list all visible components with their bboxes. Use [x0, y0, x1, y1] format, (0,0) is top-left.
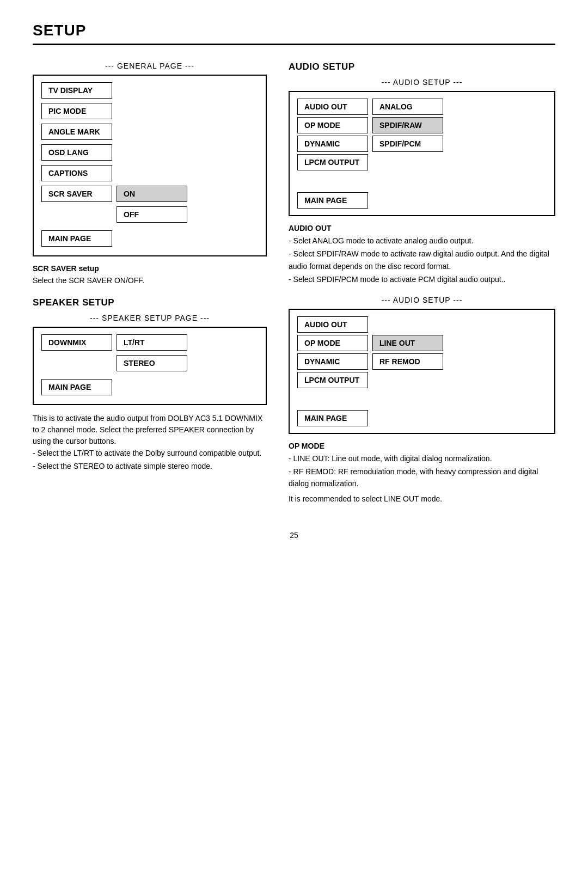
audio-out-desc-list: Selet ANALOG mode to activate analog aud…	[289, 235, 555, 286]
speaker-desc-list: Select the LT/RT to activate the Dolby s…	[33, 447, 267, 473]
angle-mark-item[interactable]: ANGLE MARK	[41, 124, 112, 140]
audio-menu-box-2: AUDIO OUT OP MODE LINE OUT DYNAMIC RF RE…	[289, 309, 555, 434]
page-title: SETUP	[33, 22, 555, 45]
spdif-raw-cell[interactable]: SPDIF/RAW	[372, 117, 443, 133]
page-number: 25	[33, 531, 555, 540]
audio2-row-1: AUDIO OUT	[297, 316, 547, 333]
speaker-page-header: --- SPEAKER SETUP PAGE ---	[33, 314, 267, 322]
op-mode-desc-list: LINE OUT: Line out mode, with digital di…	[289, 452, 555, 490]
downmix-item[interactable]: DOWNMIX	[41, 334, 112, 351]
audio1-main-page-bottom: MAIN PAGE	[297, 192, 547, 209]
op-mode-footer: It is recommended to select LINE OUT mod…	[289, 493, 555, 505]
captions-item[interactable]: CAPTIONS	[41, 165, 112, 181]
op-mode-desc-item-0: LINE OUT: Line out mode, with digital di…	[289, 452, 555, 464]
audio-row-4: LPCM OUTPUT	[297, 154, 547, 170]
speaker-desc: This is to activate the audio output fro…	[33, 413, 267, 473]
scr-saver-item[interactable]: SCR SAVER	[41, 186, 112, 202]
tv-display-row: TV DISPLAY	[41, 82, 258, 101]
audio2-row-4: LPCM OUTPUT	[297, 372, 547, 388]
pic-mode-item[interactable]: PIC MODE	[41, 103, 112, 119]
audio-out-desc-item-2: Select SPDIF/PCM mode to activate PCM di…	[289, 273, 555, 285]
tv-display-item[interactable]: TV DISPLAY	[41, 82, 112, 99]
scr-saver-row: SCR SAVER ON OFF	[41, 186, 258, 225]
speaker-setup-header: SPEAKER SETUP	[33, 297, 267, 308]
audio1-main-page-button[interactable]: MAIN PAGE	[297, 192, 368, 209]
audio-grid-1: AUDIO OUT ANALOG OP MODE SPDIF/RAW DYNAM…	[297, 99, 547, 170]
general-page-menu-box: TV DISPLAY PIC MODE ANGLE MARK OSD LANG …	[33, 75, 267, 256]
analog-cell[interactable]: ANALOG	[372, 99, 443, 115]
right-column: AUDIO SETUP --- AUDIO SETUP --- AUDIO OU…	[289, 62, 555, 515]
scr-saver-off[interactable]: OFF	[117, 206, 187, 223]
speaker-desc-intro: This is to activate the audio output fro…	[33, 413, 267, 447]
osd-lang-item[interactable]: OSD LANG	[41, 144, 112, 161]
speaker-desc-item-0: Select the LT/RT to activate the Dolby s…	[33, 447, 267, 459]
speaker-setup-section: SPEAKER SETUP --- SPEAKER SETUP PAGE ---…	[33, 297, 267, 473]
spdif-pcm-cell[interactable]: SPDIF/PCM	[372, 136, 443, 152]
scr-saver-desc: SCR SAVER setup Select the SCR SAVER ON/…	[33, 264, 267, 286]
audio-out-cell-2[interactable]: AUDIO OUT	[297, 316, 368, 333]
audio-row-2: OP MODE SPDIF/RAW	[297, 117, 547, 133]
audio2-row-2: OP MODE LINE OUT	[297, 335, 547, 351]
main-layout: --- GENERAL PAGE --- TV DISPLAY PIC MODE…	[33, 62, 555, 515]
general-main-page-button[interactable]: MAIN PAGE	[41, 230, 112, 247]
audio-menu-box-1: AUDIO OUT ANALOG OP MODE SPDIF/RAW DYNAM…	[289, 91, 555, 216]
angle-mark-row: ANGLE MARK	[41, 124, 258, 142]
left-column: --- GENERAL PAGE --- TV DISPLAY PIC MODE…	[33, 62, 267, 482]
audio-grid-2: AUDIO OUT OP MODE LINE OUT DYNAMIC RF RE…	[297, 316, 547, 388]
audio-row-3: DYNAMIC SPDIF/PCM	[297, 136, 547, 152]
op-mode-cell-2[interactable]: OP MODE	[297, 335, 368, 351]
line-out-cell[interactable]: LINE OUT	[372, 335, 443, 351]
op-mode-desc-item-1: RF REMOD: RF remodulation mode, with hea…	[289, 466, 555, 490]
captions-row: CAPTIONS	[41, 165, 258, 183]
pic-mode-row: PIC MODE	[41, 103, 258, 121]
audio-setup-header: AUDIO SETUP	[289, 62, 555, 72]
speaker-desc-item-1: Select the STEREO to activate simple ste…	[33, 460, 267, 472]
scr-saver-on[interactable]: ON	[117, 186, 187, 202]
speaker-menu-box: DOWNMIX LT/RT STEREO MAIN PAGE	[33, 327, 267, 405]
audio-row-1: AUDIO OUT ANALOG	[297, 99, 547, 115]
dynamic-cell-1[interactable]: DYNAMIC	[297, 136, 368, 152]
scr-saver-desc-text: Select the SCR SAVER ON/OFF.	[33, 275, 267, 286]
dynamic-cell-2[interactable]: DYNAMIC	[297, 353, 368, 370]
audio-out-desc-item-0: Selet ANALOG mode to activate analog aud…	[289, 235, 555, 247]
op-mode-desc-title: OP MODE	[289, 442, 555, 450]
audio-out-cell-1[interactable]: AUDIO OUT	[297, 99, 368, 115]
speaker-main-page-button[interactable]: MAIN PAGE	[41, 379, 112, 395]
audio-page-header-2: --- AUDIO SETUP ---	[289, 296, 555, 304]
op-mode-cell-1[interactable]: OP MODE	[297, 117, 368, 133]
speaker-main-page-bottom: MAIN PAGE	[41, 379, 258, 397]
scr-saver-desc-title: SCR SAVER setup	[33, 264, 267, 273]
stereo-item[interactable]: STEREO	[117, 355, 187, 371]
op-mode-desc: OP MODE LINE OUT: Line out mode, with di…	[289, 442, 555, 505]
lt-rt-item[interactable]: LT/RT	[117, 334, 187, 351]
scr-saver-options: ON OFF	[117, 186, 187, 225]
audio-out-desc-item-1: Select SPDIF/RAW mode to activate raw di…	[289, 248, 555, 272]
general-page-header: --- GENERAL PAGE ---	[33, 62, 267, 70]
audio2-main-page-bottom: MAIN PAGE	[297, 410, 547, 426]
audio2-row-3: DYNAMIC RF REMOD	[297, 353, 547, 370]
osd-lang-row: OSD LANG	[41, 144, 258, 163]
lt-rt-stereo-options: LT/RT STEREO	[117, 334, 187, 374]
general-main-page-bottom: MAIN PAGE	[41, 230, 258, 249]
speaker-row-1: DOWNMIX LT/RT STEREO	[41, 334, 258, 374]
audio2-main-page-button[interactable]: MAIN PAGE	[297, 410, 368, 426]
audio-out-desc-title: AUDIO OUT	[289, 224, 555, 233]
audio-page-header-1: --- AUDIO SETUP ---	[289, 78, 555, 87]
audio-out-desc: AUDIO OUT Selet ANALOG mode to activate …	[289, 224, 555, 286]
lpcm-output-cell-2[interactable]: LPCM OUTPUT	[297, 372, 368, 388]
lpcm-output-cell-1[interactable]: LPCM OUTPUT	[297, 154, 368, 170]
rf-remod-cell[interactable]: RF REMOD	[372, 353, 443, 370]
